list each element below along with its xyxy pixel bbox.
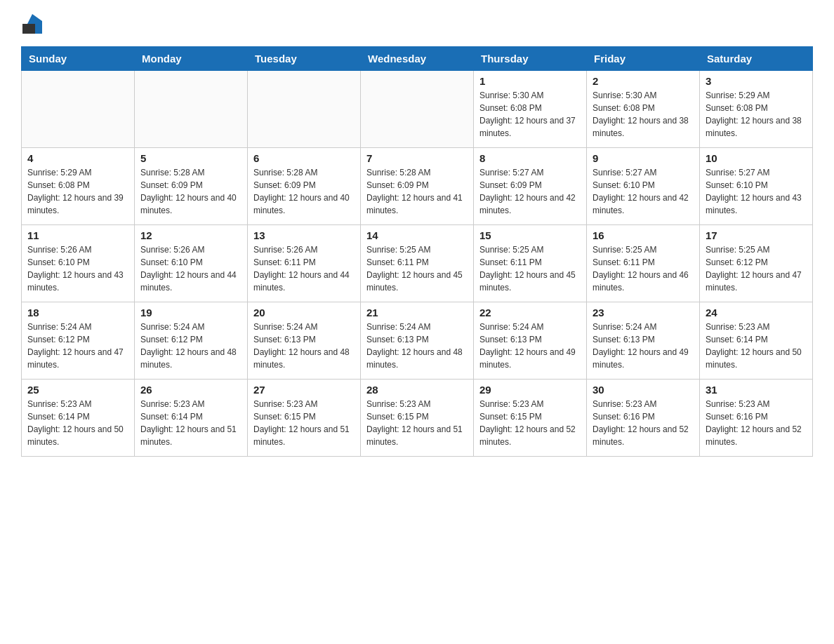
calendar-cell: 21Sunrise: 5:24 AMSunset: 6:13 PMDayligh… xyxy=(361,302,474,380)
calendar-cell: 15Sunrise: 5:25 AMSunset: 6:11 PMDayligh… xyxy=(474,225,587,302)
weekday-header-wednesday: Wednesday xyxy=(361,47,474,71)
day-info: Sunrise: 5:24 AMSunset: 6:13 PMDaylight:… xyxy=(253,321,355,371)
day-number: 18 xyxy=(27,307,128,318)
calendar-cell: 27Sunrise: 5:23 AMSunset: 6:15 PMDayligh… xyxy=(248,380,361,457)
calendar-cell: 29Sunrise: 5:23 AMSunset: 6:15 PMDayligh… xyxy=(474,380,587,457)
calendar-cell: 14Sunrise: 5:25 AMSunset: 6:11 PMDayligh… xyxy=(361,225,474,302)
week-row-1: 1Sunrise: 5:30 AMSunset: 6:08 PMDaylight… xyxy=(22,71,813,148)
weekday-header-thursday: Thursday xyxy=(474,47,587,71)
day-info: Sunrise: 5:26 AMSunset: 6:10 PMDaylight:… xyxy=(140,243,241,294)
calendar-cell: 1Sunrise: 5:30 AMSunset: 6:08 PMDaylight… xyxy=(474,71,587,148)
day-number: 10 xyxy=(706,152,807,164)
day-info: Sunrise: 5:27 AMSunset: 6:10 PMDaylight:… xyxy=(593,166,694,217)
calendar-cell xyxy=(22,71,135,148)
weekday-header-saturday: Saturday xyxy=(700,47,813,71)
svg-marker-1 xyxy=(22,24,35,34)
day-number: 11 xyxy=(27,229,128,241)
day-number: 24 xyxy=(706,307,807,318)
day-number: 26 xyxy=(140,384,241,396)
calendar-cell: 7Sunrise: 5:28 AMSunset: 6:09 PMDaylight… xyxy=(361,148,474,225)
day-info: Sunrise: 5:29 AMSunset: 6:08 PMDaylight:… xyxy=(27,166,128,217)
day-info: Sunrise: 5:24 AMSunset: 6:12 PMDaylight:… xyxy=(140,321,241,371)
calendar-cell: 30Sunrise: 5:23 AMSunset: 6:16 PMDayligh… xyxy=(587,380,700,457)
logo-icon xyxy=(22,14,42,34)
day-number: 15 xyxy=(479,229,581,241)
calendar-cell: 22Sunrise: 5:24 AMSunset: 6:13 PMDayligh… xyxy=(474,302,587,380)
calendar-cell: 17Sunrise: 5:25 AMSunset: 6:12 PMDayligh… xyxy=(700,225,813,302)
day-info: Sunrise: 5:30 AMSunset: 6:08 PMDaylight:… xyxy=(479,89,581,140)
day-info: Sunrise: 5:24 AMSunset: 6:13 PMDaylight:… xyxy=(593,321,694,371)
calendar-cell: 24Sunrise: 5:23 AMSunset: 6:14 PMDayligh… xyxy=(700,302,813,380)
day-info: Sunrise: 5:25 AMSunset: 6:11 PMDaylight:… xyxy=(479,243,581,294)
day-number: 21 xyxy=(366,307,468,318)
day-number: 12 xyxy=(140,229,241,241)
calendar-cell: 28Sunrise: 5:23 AMSunset: 6:15 PMDayligh… xyxy=(361,380,474,457)
day-info: Sunrise: 5:28 AMSunset: 6:09 PMDaylight:… xyxy=(253,166,355,217)
day-info: Sunrise: 5:27 AMSunset: 6:10 PMDaylight:… xyxy=(706,166,807,217)
day-info: Sunrise: 5:23 AMSunset: 6:16 PMDaylight:… xyxy=(593,398,694,448)
calendar-cell xyxy=(361,71,474,148)
day-number: 20 xyxy=(253,307,355,318)
calendar-cell: 31Sunrise: 5:23 AMSunset: 6:16 PMDayligh… xyxy=(700,380,813,457)
day-number: 1 xyxy=(479,75,581,87)
calendar-cell: 4Sunrise: 5:29 AMSunset: 6:08 PMDaylight… xyxy=(22,148,135,225)
calendar-cell: 2Sunrise: 5:30 AMSunset: 6:08 PMDaylight… xyxy=(587,71,700,148)
day-number: 4 xyxy=(27,152,128,164)
day-info: Sunrise: 5:23 AMSunset: 6:15 PMDaylight:… xyxy=(479,398,581,448)
day-number: 17 xyxy=(706,229,807,241)
day-info: Sunrise: 5:26 AMSunset: 6:10 PMDaylight:… xyxy=(27,243,128,294)
calendar-cell: 5Sunrise: 5:28 AMSunset: 6:09 PMDaylight… xyxy=(135,148,248,225)
day-info: Sunrise: 5:24 AMSunset: 6:13 PMDaylight:… xyxy=(366,321,468,371)
calendar-cell: 10Sunrise: 5:27 AMSunset: 6:10 PMDayligh… xyxy=(700,148,813,225)
day-number: 7 xyxy=(366,152,468,164)
day-number: 16 xyxy=(593,229,694,241)
day-number: 2 xyxy=(593,75,694,87)
day-info: Sunrise: 5:27 AMSunset: 6:09 PMDaylight:… xyxy=(479,166,581,217)
day-number: 30 xyxy=(593,384,694,396)
calendar-cell: 20Sunrise: 5:24 AMSunset: 6:13 PMDayligh… xyxy=(248,302,361,380)
calendar-cell: 13Sunrise: 5:26 AMSunset: 6:11 PMDayligh… xyxy=(248,225,361,302)
day-number: 5 xyxy=(140,152,241,164)
weekday-header-tuesday: Tuesday xyxy=(248,47,361,71)
day-info: Sunrise: 5:24 AMSunset: 6:12 PMDaylight:… xyxy=(27,321,128,371)
day-number: 29 xyxy=(479,384,581,396)
day-number: 9 xyxy=(593,152,694,164)
day-number: 14 xyxy=(366,229,468,241)
day-number: 22 xyxy=(479,307,581,318)
calendar-header-row: SundayMondayTuesdayWednesdayThursdayFrid… xyxy=(22,47,813,71)
week-row-5: 25Sunrise: 5:23 AMSunset: 6:14 PMDayligh… xyxy=(22,380,813,457)
calendar-cell xyxy=(135,71,248,148)
day-info: Sunrise: 5:23 AMSunset: 6:14 PMDaylight:… xyxy=(706,321,807,371)
day-info: Sunrise: 5:29 AMSunset: 6:08 PMDaylight:… xyxy=(706,89,807,140)
calendar-cell: 9Sunrise: 5:27 AMSunset: 6:10 PMDaylight… xyxy=(587,148,700,225)
day-number: 23 xyxy=(593,307,694,318)
day-number: 3 xyxy=(706,75,807,87)
week-row-4: 18Sunrise: 5:24 AMSunset: 6:12 PMDayligh… xyxy=(22,302,813,380)
calendar-cell: 18Sunrise: 5:24 AMSunset: 6:12 PMDayligh… xyxy=(22,302,135,380)
week-row-3: 11Sunrise: 5:26 AMSunset: 6:10 PMDayligh… xyxy=(22,225,813,302)
calendar-cell: 12Sunrise: 5:26 AMSunset: 6:10 PMDayligh… xyxy=(135,225,248,302)
day-info: Sunrise: 5:28 AMSunset: 6:09 PMDaylight:… xyxy=(140,166,241,217)
day-number: 8 xyxy=(479,152,581,164)
day-info: Sunrise: 5:25 AMSunset: 6:11 PMDaylight:… xyxy=(593,243,694,294)
calendar-cell: 3Sunrise: 5:29 AMSunset: 6:08 PMDaylight… xyxy=(700,71,813,148)
calendar-cell: 6Sunrise: 5:28 AMSunset: 6:09 PMDaylight… xyxy=(248,148,361,225)
calendar-cell: 26Sunrise: 5:23 AMSunset: 6:14 PMDayligh… xyxy=(135,380,248,457)
day-number: 25 xyxy=(27,384,128,396)
calendar-cell: 11Sunrise: 5:26 AMSunset: 6:10 PMDayligh… xyxy=(22,225,135,302)
weekday-header-monday: Monday xyxy=(135,47,248,71)
day-info: Sunrise: 5:23 AMSunset: 6:15 PMDaylight:… xyxy=(366,398,468,448)
day-info: Sunrise: 5:25 AMSunset: 6:12 PMDaylight:… xyxy=(706,243,807,294)
calendar-cell xyxy=(248,71,361,148)
day-info: Sunrise: 5:23 AMSunset: 6:15 PMDaylight:… xyxy=(253,398,355,448)
day-info: Sunrise: 5:25 AMSunset: 6:11 PMDaylight:… xyxy=(366,243,468,294)
day-info: Sunrise: 5:23 AMSunset: 6:14 PMDaylight:… xyxy=(140,398,241,448)
day-info: Sunrise: 5:26 AMSunset: 6:11 PMDaylight:… xyxy=(253,243,355,294)
page-header xyxy=(21,14,813,34)
day-number: 6 xyxy=(253,152,355,164)
day-number: 31 xyxy=(706,384,807,396)
weekday-header-friday: Friday xyxy=(587,47,700,71)
calendar-cell: 19Sunrise: 5:24 AMSunset: 6:12 PMDayligh… xyxy=(135,302,248,380)
week-row-2: 4Sunrise: 5:29 AMSunset: 6:08 PMDaylight… xyxy=(22,148,813,225)
calendar-cell: 8Sunrise: 5:27 AMSunset: 6:09 PMDaylight… xyxy=(474,148,587,225)
